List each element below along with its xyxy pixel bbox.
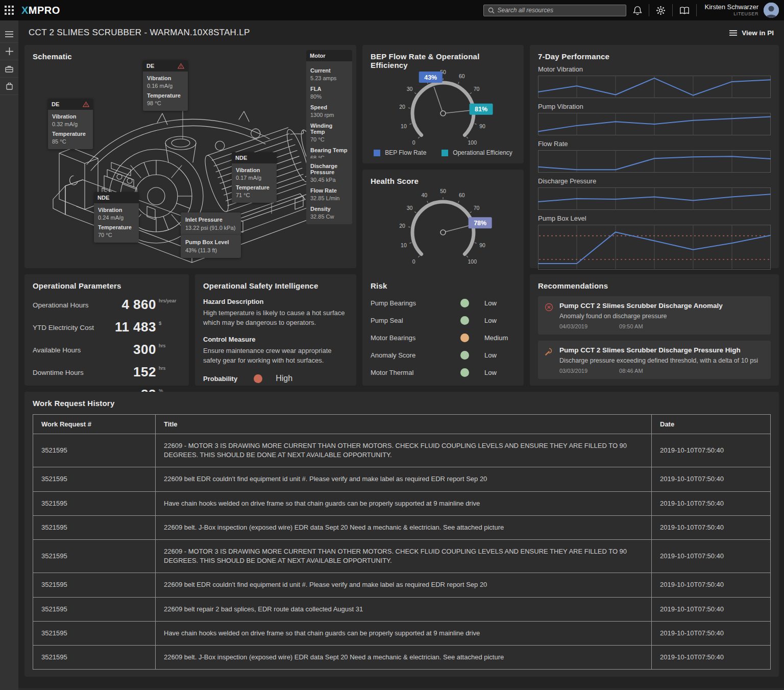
risk-level: Medium	[484, 334, 508, 342]
callout-metric-label: Vibration	[52, 113, 89, 120]
user-menu[interactable]: Kirsten Schwarzer LITEUSER	[705, 4, 758, 16]
callout-body: Vibration0.17 mA/gTemperature71 °C	[232, 163, 277, 203]
callout-body: Vibration0.32 mA/gTemperature85 °C	[48, 110, 93, 149]
recommendation-item[interactable]: Pump CCT 2 Slimes Scrubber Discharge Ano…	[538, 296, 771, 335]
sparkline-svg	[538, 187, 771, 210]
work-request-row[interactable]: 352159522609 - MOTOR 3 IS DRAWING MORE C…	[33, 539, 771, 573]
column-header-work-request-number: Work Request #	[33, 415, 156, 434]
work-request-date: 2019-10-10T07:50:40	[652, 645, 771, 669]
operational-parameters-panel: Operational Parameters Operational Hours…	[24, 274, 189, 386]
avatar[interactable]	[764, 3, 779, 18]
sidebar-menu-button[interactable]	[0, 26, 18, 43]
stat-label: Speed	[310, 104, 348, 110]
xmpro-logo[interactable]: XMPRO	[21, 5, 60, 16]
svg-text:10: 10	[401, 242, 407, 248]
settings-button[interactable]	[649, 6, 672, 15]
stat-label: FLA	[310, 86, 348, 92]
search-input[interactable]	[498, 7, 622, 14]
callout-metric-value: 85 °C	[52, 138, 89, 145]
work-request-number: 3521595	[33, 467, 156, 491]
gauge-value-badge: 78%	[469, 217, 492, 228]
svg-text:10: 10	[401, 123, 407, 129]
sidebar-add-button[interactable]	[0, 43, 18, 60]
sidebar-toolbox-button[interactable]	[0, 60, 18, 78]
view-in-pi-label: View in PI	[742, 29, 774, 37]
work-request-row[interactable]: 3521595Have chain hooks welded on drive …	[33, 621, 771, 645]
recommendations-title: Recommendations	[538, 281, 771, 290]
schematic-callout-de-0[interactable]: DEVibration0.16 mA/gTemperature98 °C	[143, 60, 188, 111]
hamburger-icon	[5, 31, 13, 37]
callout-metric-label: Temperature	[52, 131, 89, 137]
recommendation-meta: 03/03/201908:46 AM	[559, 368, 765, 374]
callout-metric-value: 70 °C	[98, 232, 135, 238]
circle-x-icon	[545, 303, 553, 314]
seven-day-performance-title: 7-Day Performance	[538, 52, 771, 61]
schematic-tag-inlet-pressure[interactable]: Inlet Pressure13.22 psi (91.0 kPa)	[181, 212, 241, 235]
process-stats-panel: Discharge Pressure30.45 kPaFlow Rate32.8…	[306, 158, 352, 224]
work-request-date: 2019-10-10T07:50:40	[652, 515, 771, 539]
callout-body: Vibration0.16 mA/gTemperature98 °C	[143, 72, 188, 111]
schematic-callout-de-1[interactable]: DEVibration0.32 mA/gTemperature85 °C	[48, 99, 93, 149]
work-request-history-title: Work Request History	[33, 399, 771, 408]
perf-chart-spark-discharge-pressure: Discharge Pressure	[538, 177, 771, 210]
view-in-pi-button[interactable]: View in PI	[729, 29, 774, 37]
tag-label: Inlet Pressure	[185, 217, 236, 223]
work-request-row[interactable]: 352159522609 belt repair 2 bad splices, …	[33, 597, 771, 621]
callout-metric-value: 71 °C	[236, 192, 273, 198]
docs-button[interactable]	[673, 6, 696, 15]
safety-intelligence-panel: Operational Safety Intelligence Hazard D…	[195, 274, 356, 386]
stat-value: 32.85 L/min	[310, 195, 348, 201]
risk-status-dot	[460, 351, 469, 360]
work-request-row[interactable]: 352159522609 belt EDR couldn't find equi…	[33, 467, 771, 491]
schematic-callout-nde-3[interactable]: NDEVibration0.24 mA/gTemperature70 °C	[94, 192, 139, 243]
callout-metric-value: 0.24 mA/g	[98, 215, 135, 221]
hazard-description-text: High temperature is likely to cause a ho…	[203, 308, 348, 328]
work-request-title: Have chain hooks welded on drive frame s…	[156, 491, 652, 515]
recommendation-time: 09:50 AM	[619, 323, 643, 329]
param-row: YTD Electricity Cost11 483$	[33, 319, 181, 335]
schematic-callout-nde-2[interactable]: NDEVibration0.17 mA/gTemperature71 °C	[232, 152, 277, 203]
recommendation-item[interactable]: Pump CCT 2 Slimes Scrubber Discharge Pre…	[538, 341, 771, 379]
recommendation-time: 08:46 AM	[619, 368, 643, 374]
callout-metric-label: Vibration	[147, 75, 184, 81]
svg-text:30: 30	[407, 86, 413, 92]
perf-chart-label: Motor Vibration	[538, 65, 771, 73]
work-request-row[interactable]: 352159522609 belt. J-Box inspection (exp…	[33, 645, 771, 669]
risk-row-pump-bearings: Pump BearingsLow	[371, 299, 516, 307]
control-measure-label: Control Measure	[203, 336, 348, 343]
probability-value: High	[276, 374, 292, 383]
svg-text:20: 20	[399, 223, 405, 229]
gauge-svg: 010203040506070809010078%	[371, 185, 516, 269]
motor-stats-panel: Motor Current5.23 ampsFLA80%Speed1300 rp…	[306, 50, 352, 165]
svg-text:40: 40	[421, 192, 427, 198]
schematic-tag-pump-box-level[interactable]: Pump Box Level43% (11.3 ft)	[181, 235, 241, 258]
work-request-row[interactable]: 3521595Have chain hooks welded on drive …	[33, 491, 771, 515]
gauge-svg: 010203040506070809010043%81%	[371, 69, 516, 147]
param-label: Available Hours	[33, 346, 133, 354]
work-request-date: 2019-10-10T07:50:40	[652, 434, 771, 467]
work-request-row[interactable]: 352159522609 - MOTOR 3 IS DRAWING MORE C…	[33, 434, 771, 467]
svg-text:70: 70	[474, 205, 480, 211]
svg-text:43%: 43%	[424, 74, 437, 81]
app-grid-icon[interactable]	[0, 6, 18, 15]
work-request-title: 22609 belt EDR couldn't find equipment i…	[156, 573, 652, 597]
work-request-date: 2019-10-10T07:50:40	[652, 621, 771, 645]
svg-text:30: 30	[407, 205, 413, 211]
work-request-number: 3521595	[33, 573, 156, 597]
param-value: 4 860	[121, 297, 156, 313]
tag-value: 43% (11.3 ft)	[185, 247, 236, 253]
hazard-description-label: Hazard Description	[203, 298, 348, 305]
work-request-row[interactable]: 352159522609 belt. J-Box inspection (exp…	[33, 515, 771, 539]
global-search[interactable]	[483, 5, 626, 16]
sidebar-save-button[interactable]	[0, 78, 18, 95]
risk-status-dot	[460, 334, 469, 342]
notifications-button[interactable]	[626, 6, 649, 15]
work-request-title: 22609 belt EDR couldn't find equipment i…	[156, 467, 652, 491]
work-request-date: 2019-10-10T07:50:40	[652, 491, 771, 515]
work-request-row[interactable]: 352159522609 belt EDR couldn't find equi…	[33, 573, 771, 597]
callout-metric-label: Temperature	[98, 224, 135, 230]
stat-label: Current	[310, 67, 348, 74]
gauge-value-badge: 43%	[419, 72, 443, 83]
risk-level: Low	[484, 299, 497, 307]
recommendation-description: Anomaly found on discharge pressure	[559, 313, 765, 320]
